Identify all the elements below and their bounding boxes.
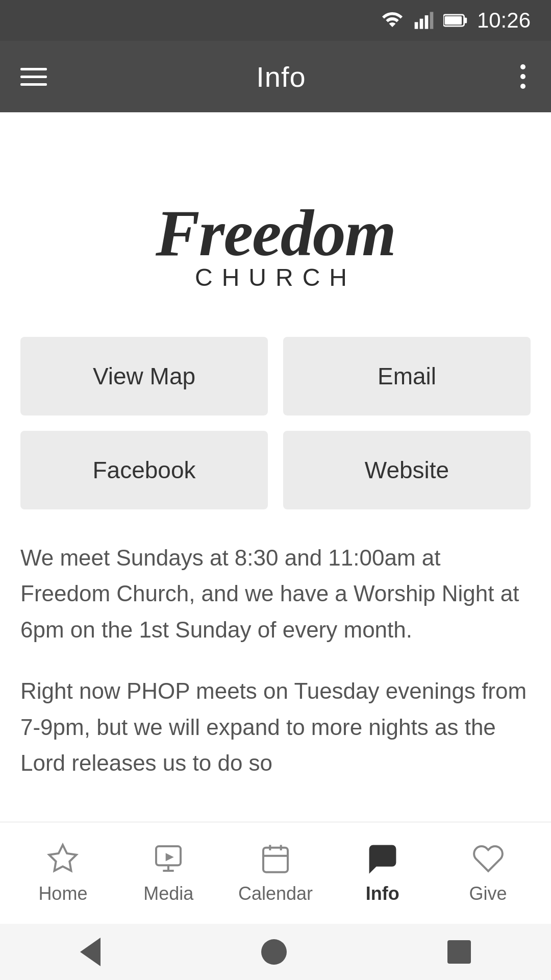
calendar-icon [259, 842, 292, 877]
nav-item-home[interactable]: Home [27, 842, 98, 904]
website-button[interactable]: Website [283, 431, 531, 509]
svg-marker-9 [49, 845, 77, 871]
description-paragraph-1: We meet Sundays at 8:30 and 11:00am at F… [20, 540, 531, 648]
nav-item-info[interactable]: Info [347, 842, 418, 904]
home-button[interactable] [261, 939, 287, 965]
wifi-icon [380, 10, 405, 31]
bottom-navigation: Home Media Calendar [0, 822, 551, 924]
status-icons: 10:26 [380, 8, 531, 33]
svg-text:Freedom: Freedom [155, 196, 395, 270]
nav-label-media: Media [143, 883, 193, 904]
svg-rect-3 [430, 12, 434, 29]
description-paragraph-2: Right now PHOP meets on Tuesday evenings… [20, 673, 531, 781]
svg-rect-6 [445, 16, 462, 25]
svg-rect-0 [415, 22, 418, 29]
nav-item-media[interactable]: Media [133, 842, 204, 904]
description-text: We meet Sundays at 8:30 and 11:00am at F… [20, 540, 531, 781]
heart-icon [472, 842, 505, 877]
nav-label-give: Give [469, 883, 507, 904]
star-icon [46, 842, 79, 877]
svg-point-18 [377, 855, 380, 858]
email-button[interactable]: Email [283, 337, 531, 415]
nav-label-home: Home [38, 883, 87, 904]
svg-point-20 [385, 855, 388, 858]
svg-rect-2 [425, 15, 429, 29]
facebook-button[interactable]: Facebook [20, 431, 268, 509]
action-buttons-grid: View Map Email Facebook Website [20, 337, 531, 509]
nav-label-calendar: Calendar [238, 883, 313, 904]
nav-label-info: Info [366, 883, 399, 904]
main-content: Freedom CHURCH View Map Email Facebook W… [0, 112, 551, 822]
back-button[interactable] [80, 938, 101, 966]
svg-marker-11 [166, 853, 174, 861]
freedom-church-logo: Freedom CHURCH [133, 163, 418, 296]
nav-item-calendar[interactable]: Calendar [238, 842, 313, 904]
system-navigation [0, 924, 551, 980]
svg-text:CHURCH: CHURCH [195, 264, 356, 291]
app-bar: Info [0, 41, 551, 112]
hamburger-menu[interactable] [20, 68, 47, 86]
status-time: 10:26 [477, 8, 531, 33]
svg-rect-14 [263, 847, 288, 872]
nav-item-give[interactable]: Give [453, 842, 524, 904]
status-bar: 10:26 [0, 0, 551, 41]
chat-icon [366, 842, 399, 877]
logo-container: Freedom CHURCH [20, 143, 531, 337]
svg-rect-5 [464, 17, 467, 23]
view-map-button[interactable]: View Map [20, 337, 268, 415]
battery-icon [443, 12, 468, 29]
recents-button[interactable] [447, 940, 471, 964]
page-title: Info [256, 60, 306, 93]
svg-point-19 [381, 855, 384, 858]
signal-icon [414, 10, 434, 31]
more-options-button[interactable] [515, 59, 531, 94]
play-icon [152, 842, 185, 877]
svg-rect-1 [420, 19, 423, 29]
